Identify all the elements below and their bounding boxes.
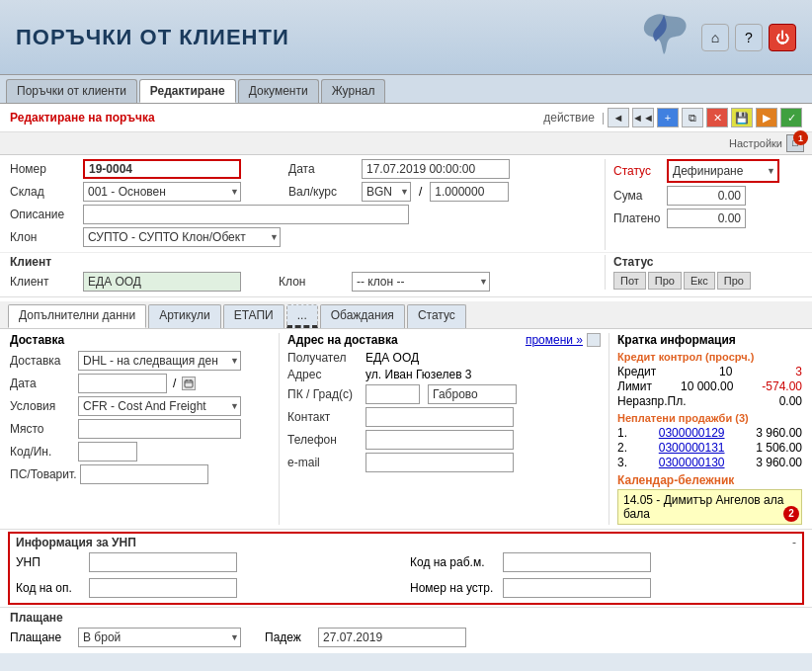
dostavka-input[interactable] [78, 351, 241, 371]
inner-tab-obajdaniq[interactable]: Обаждания [320, 304, 405, 328]
inner-tab-etapi[interactable]: ЕТАПИ [223, 304, 284, 328]
pk-label: ПК / Град(с) [287, 387, 362, 401]
nomer-row: Номер Дата [10, 159, 595, 179]
dostavka-data-input[interactable] [78, 374, 167, 393]
opisanie-input[interactable] [83, 205, 409, 224]
inner-tab-artikuli[interactable]: Артикули [148, 304, 220, 328]
nerazpr-label: Неразпр.Пл. [617, 394, 687, 408]
section-title: Редактиране на поръчка [10, 111, 155, 125]
suma-row: Сума [613, 186, 802, 206]
klon-input[interactable] [83, 227, 281, 247]
plateno-input[interactable] [667, 209, 746, 228]
status-btn-pro[interactable]: Про [648, 272, 682, 290]
pk-row: ПК / Град(с) [287, 384, 601, 404]
kontakt-label: Контакт [287, 410, 362, 424]
kratka-info-title: Кратка информация [617, 333, 802, 347]
pk-input[interactable] [365, 384, 420, 404]
app-title: ПОРЪЧКИ ОТ КЛИЕНТИ [16, 25, 289, 50]
settings-box[interactable]: □ 1 [786, 134, 804, 152]
nomer-input[interactable] [83, 159, 241, 179]
nav-prev-btn[interactable]: ◄ [608, 108, 629, 127]
unp-input[interactable] [89, 552, 237, 572]
status-btn-pot[interactable]: Пот [613, 272, 646, 290]
dostavka-row: Доставка ▼ [10, 351, 271, 371]
kredit-label: Кредит [617, 365, 656, 378]
add-btn[interactable]: + [657, 108, 679, 127]
status-btn-pro2[interactable]: Про [717, 272, 751, 290]
padej-input[interactable] [318, 628, 466, 647]
sale-num-2: 2. [617, 441, 627, 455]
bird-logo [634, 10, 693, 64]
nav-first-btn[interactable]: ◄◄ [632, 108, 654, 127]
sale-row-3: 3. 0300000130 3 960.00 [617, 456, 802, 469]
dostavka-data-label: Дата [10, 377, 74, 390]
save-btn[interactable]: 💾 [731, 108, 753, 127]
data-label: Дата [288, 162, 358, 176]
confirm-btn[interactable]: ✓ [780, 108, 802, 127]
delete-btn[interactable]: ✕ [706, 108, 728, 127]
inner-tab-dots[interactable]: ... [286, 304, 318, 328]
unp-fields: УНП Код на раб.м. Код на оп. Номер на ус… [16, 552, 796, 601]
klient-row: Клиент Клон ▼ [10, 272, 595, 292]
tab-redaktirane[interactable]: Редактиране [139, 79, 236, 103]
status-btn-eks[interactable]: Екс [684, 272, 715, 290]
kod-in-input[interactable] [78, 442, 137, 461]
plashtane-input[interactable] [78, 628, 241, 647]
adres-label: Адрес [287, 368, 362, 381]
copy-btn[interactable]: ⧉ [682, 108, 703, 127]
plateno-label: Платено [613, 211, 663, 225]
settings-label: Настройки [729, 137, 782, 149]
header: ПОРЪЧКИ ОТ КЛИЕНТИ ⌂ ? ⏻ [0, 0, 812, 75]
suma-input[interactable] [667, 186, 746, 206]
inner-tab-status[interactable]: Статус [407, 304, 466, 328]
toolbar-sep: | [602, 111, 605, 125]
sklad-input[interactable] [83, 182, 241, 202]
tab-dokumenti[interactable]: Документи [238, 79, 319, 103]
uslovia-input[interactable] [78, 396, 241, 416]
adres-icon[interactable] [587, 333, 601, 347]
sale-num-1: 1. [617, 426, 627, 440]
tab-jurnal[interactable]: Журнал [321, 79, 386, 103]
toolbar: действие | ◄ ◄◄ + ⧉ ✕ 💾 ▶ ✓ [543, 108, 802, 127]
status-section-title: Статус [613, 255, 802, 269]
power-button[interactable]: ⏻ [769, 24, 796, 51]
klient-klon-input[interactable] [352, 272, 490, 292]
header-icons: ⌂ ? ⏻ [701, 24, 796, 51]
ps-tovarit-input[interactable] [80, 464, 208, 484]
klient-section-title: Клиент [10, 255, 595, 269]
kontakt-input[interactable] [365, 407, 514, 427]
unp-title: Информация за УНП [16, 536, 136, 549]
status-input[interactable] [669, 161, 777, 181]
kurs-input[interactable] [430, 182, 509, 202]
grad-input[interactable] [428, 384, 517, 404]
inner-tab-dop[interactable]: Допълнителни данни [8, 304, 146, 328]
sale-link-2[interactable]: 0300000131 [659, 441, 725, 455]
klient-input[interactable] [83, 272, 241, 292]
sale-link-1[interactable]: 0300000129 [659, 426, 725, 440]
sale-link-3[interactable]: 0300000130 [659, 456, 725, 469]
tab-porchki[interactable]: Поръчки от клиенти [6, 79, 137, 103]
calendar-icon[interactable] [182, 377, 196, 390]
help-button[interactable]: ? [735, 24, 763, 51]
kod-op-input[interactable] [89, 578, 237, 598]
nomer-ustr-input[interactable] [503, 578, 651, 598]
promeni-link[interactable]: промени » [526, 333, 583, 347]
telefon-input[interactable] [365, 430, 514, 450]
val-input[interactable] [362, 182, 411, 202]
myasto-label: Място [10, 422, 74, 436]
adres-column: Адрес на доставка промени » Получател ЕД… [280, 333, 609, 525]
sale-row-1: 1. 0300000129 3 960.00 [617, 426, 802, 440]
orange-btn[interactable]: ▶ [756, 108, 777, 127]
sale-amount-2: 1 506.00 [756, 441, 802, 455]
val-label: Вал/курс [288, 185, 358, 199]
kod-rab-input[interactable] [503, 552, 651, 572]
email-input[interactable] [365, 453, 514, 472]
adres-row: Адрес ул. Иван Гюзелев 3 [287, 368, 601, 381]
home-button[interactable]: ⌂ [701, 24, 729, 51]
kod-op-row: Код на оп. [16, 578, 402, 598]
myasto-input[interactable] [78, 419, 241, 439]
kontakt-row: Контакт [287, 407, 601, 427]
klient-label: Клиент [10, 275, 79, 289]
data-input[interactable] [362, 159, 510, 179]
unp-collapse[interactable]: - [792, 536, 796, 549]
